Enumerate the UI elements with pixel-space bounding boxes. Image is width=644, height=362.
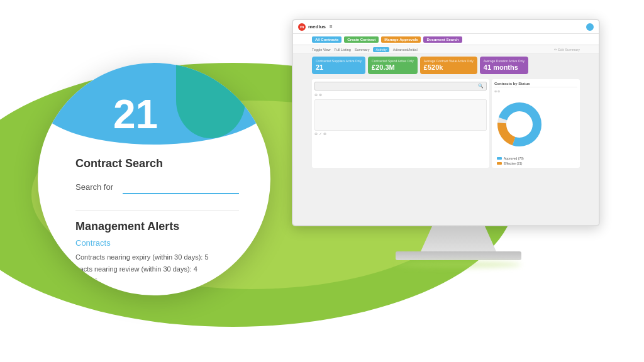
- chart-title: Contracts by Status: [494, 82, 577, 87]
- user-avatar[interactable]: [586, 23, 594, 31]
- nav-create-contract[interactable]: Create Contract: [344, 36, 379, 43]
- menu-icon[interactable]: ≡: [330, 24, 333, 30]
- circle-search-title: Contract Search: [75, 157, 239, 170]
- screen-toolbar: Toggle View Full Listing Summary Activit…: [293, 45, 599, 54]
- toggle-view-label: Toggle View: [312, 48, 331, 52]
- kpi-avg-value-label: Average Contract Value Active Only: [424, 59, 474, 63]
- app-name: medius: [308, 24, 326, 30]
- screen-content: m medius ≡ All Contracts Create Contract…: [293, 20, 599, 225]
- kpi-spend-label: Contracted Spend Active Only: [372, 59, 414, 63]
- kpi-avg-duration: Average Duration Active Only 41 months: [480, 57, 528, 74]
- circle-search-label: Search for: [75, 182, 113, 192]
- view-full-listing[interactable]: Full Listing: [335, 48, 351, 52]
- monitor: m medius ≡ All Contracts Create Contract…: [292, 19, 625, 270]
- chart-controls: ⊕ ⊗: [494, 89, 577, 93]
- edit-summary-link[interactable]: ✏ Edit Summary: [554, 48, 580, 52]
- legend-approved-label: Approved (78): [504, 156, 524, 160]
- left-panel-content: [314, 99, 487, 131]
- nav-manage-approvals[interactable]: Manage Approvals: [381, 36, 421, 43]
- kpi-duration-value: 41 months: [484, 63, 525, 72]
- circle-alerts-title: Management Alerts: [75, 220, 239, 233]
- view-activity[interactable]: Activity: [373, 47, 389, 52]
- screen-topbar: m medius ≡: [293, 20, 599, 34]
- panel-controls-2: ⊕✓⊗: [314, 132, 487, 136]
- svg-point-3: [507, 112, 532, 137]
- nav-all-contracts[interactable]: All Contracts: [312, 36, 341, 43]
- legend-effective-label: Effective (21): [504, 162, 522, 165]
- circle-alert-item-0: Contracts nearing expiry (within 30 days…: [75, 251, 239, 263]
- logo-letter: m: [300, 25, 304, 29]
- circle-teal-bg: [176, 63, 245, 138]
- screen-nav: All Contracts Create Contract Manage App…: [293, 34, 599, 45]
- chart-legend: Approved (78) Effective (21): [494, 156, 577, 165]
- monitor-reflection: [396, 261, 521, 268]
- nav-document-search[interactable]: Document Search: [423, 36, 462, 43]
- kpi-suppliers-label: Contracted Suppliers Active Only: [316, 59, 362, 63]
- circle-alerts-subtitle: Contracts: [75, 238, 239, 248]
- kpi-contracted-spend: Contracted Spend Active Only £20.3M: [368, 57, 418, 74]
- kpi-avg-contract-value: Average Contract Value Active Only £520k: [420, 57, 477, 74]
- monitor-base: [396, 251, 521, 260]
- circle-search-row: Search for: [75, 180, 239, 194]
- circle-search-section: Contract Search Search for: [38, 145, 270, 204]
- circle-big-number: 21: [113, 94, 158, 134]
- view-summary[interactable]: Summary: [355, 48, 370, 52]
- medius-logo: m medius: [298, 23, 326, 31]
- circle-top-section: 21: [38, 63, 270, 145]
- kpi-avg-value: £520k: [424, 63, 474, 72]
- kpi-duration-label: Average Duration Active Only: [484, 59, 525, 63]
- kpi-suppliers-value: 21: [316, 63, 362, 72]
- circle-alert-item-1: tracts nearing review (within 30 days): …: [75, 263, 239, 275]
- left-panel: 🔍 ⊕⊗ ⊕✓⊗: [312, 79, 489, 168]
- logo-circle: m: [298, 23, 306, 31]
- screen-body: 🔍 ⊕⊗ ⊕✓⊗ Contracts by Status ⊕ ⊗: [293, 77, 599, 170]
- kpi-spend-value: £20.3M: [372, 63, 414, 72]
- monitor-stand: [421, 226, 496, 251]
- circle-search-input[interactable]: [123, 180, 239, 194]
- circle-section-divider: [75, 210, 239, 211]
- circle-popup: 21 Contract Search Search for Management…: [38, 63, 270, 295]
- kpi-contracted-suppliers: Contracted Suppliers Active Only 21: [312, 57, 365, 74]
- contracts-by-status-chart: [494, 99, 545, 150]
- kpi-cards-row: Contracted Suppliers Active Only 21 Cont…: [293, 54, 599, 77]
- legend-effective: Effective (21): [497, 162, 577, 165]
- monitor-screen: m medius ≡ All Contracts Create Contract…: [292, 19, 600, 226]
- panel-controls: ⊕⊗: [314, 93, 487, 97]
- search-icon-small[interactable]: 🔍: [478, 84, 484, 89]
- legend-approved: Approved (78): [497, 156, 577, 160]
- right-panel: Contracts by Status ⊕ ⊗: [492, 79, 580, 168]
- view-advanced[interactable]: Advanced/Initial: [393, 48, 418, 52]
